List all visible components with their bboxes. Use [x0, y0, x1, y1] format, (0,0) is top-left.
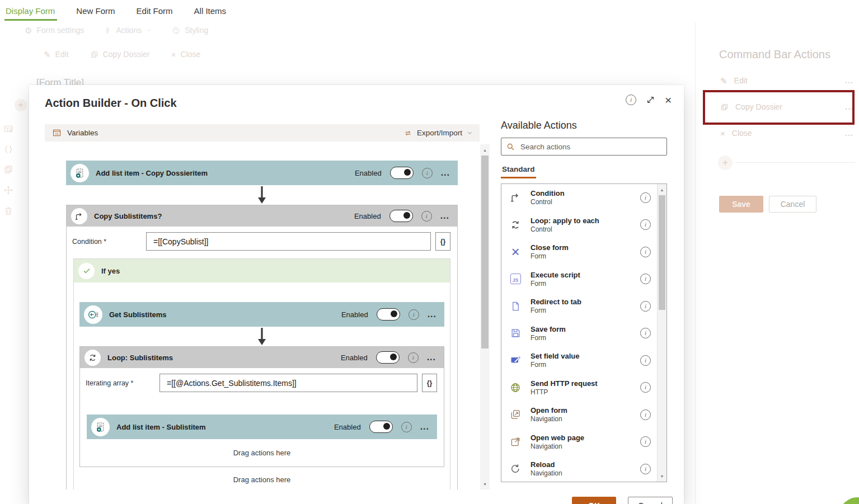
panel-save-button[interactable]: Save — [719, 196, 763, 213]
action-block-copy-sublistitems[interactable]: Copy Sublistitems? Enabled i ... — [67, 205, 457, 227]
copy-dossier-command[interactable]: Copy Dossier — [90, 50, 150, 59]
info-icon[interactable]: i — [409, 309, 419, 320]
braces-icon[interactable] — [3, 144, 13, 154]
add-command-button[interactable]: + — [718, 156, 733, 170]
scroll-up-icon[interactable]: ▲ — [480, 145, 490, 154]
info-icon[interactable]: i — [422, 168, 433, 178]
lightning-icon — [104, 26, 111, 35]
background-command-bar: ✎ Edit Copy Dossier × Close — [44, 50, 200, 59]
enabled-toggle[interactable] — [369, 421, 393, 433]
panel-item-close[interactable]: × Close ... — [720, 129, 853, 138]
iterating-array-input[interactable]: =[[@Actions.Get_Sublistitems.Items]] — [159, 374, 417, 392]
enabled-toggle[interactable] — [377, 308, 400, 321]
scroll-down-icon[interactable]: ▼ — [658, 472, 666, 481]
expression-builder-button[interactable]: {} — [435, 232, 450, 251]
info-icon[interactable]: i — [640, 192, 651, 203]
drop-zone[interactable]: Drag actions here — [79, 467, 444, 489]
actions-menu-button[interactable]: Actions — [104, 26, 152, 35]
info-icon[interactable]: i — [640, 328, 651, 338]
variables-bar[interactable]: (x) Variables Export/Import — [45, 124, 480, 142]
scroll-up-icon[interactable]: ▲ — [658, 185, 666, 194]
add-control-button[interactable]: + — [15, 99, 27, 111]
enabled-toggle[interactable] — [390, 167, 414, 179]
expand-icon[interactable] — [646, 95, 655, 105]
available-action-open-form[interactable]: Open formNavigation i — [501, 401, 658, 428]
move-icon[interactable] — [3, 185, 13, 195]
tab-edit-form[interactable]: Edit Form — [137, 1, 173, 20]
available-action-execute-script[interactable]: JS Execute scriptForm i — [501, 266, 658, 293]
scrollbar-thumb[interactable] — [481, 156, 489, 348]
palette-icon — [172, 26, 180, 35]
expression-builder-button[interactable]: {} — [422, 374, 437, 392]
dialog-ok-button[interactable]: OK — [572, 497, 616, 504]
available-action-close-form[interactable]: × Close formForm i — [501, 238, 658, 266]
tab-standard[interactable]: Standard — [501, 165, 536, 178]
block-menu-icon[interactable]: ... — [420, 425, 429, 429]
info-icon[interactable]: i — [640, 219, 651, 230]
tab-display-form[interactable]: Display Form — [6, 1, 55, 20]
block-menu-icon[interactable]: ... — [428, 312, 436, 317]
info-icon[interactable]: i — [640, 409, 651, 420]
more-options-icon[interactable]: ... — [845, 76, 853, 85]
info-icon[interactable]: i — [408, 352, 419, 363]
form-layout-icon[interactable] — [3, 124, 13, 134]
close-icon[interactable]: × — [665, 94, 672, 106]
info-icon[interactable]: i — [421, 211, 432, 222]
styling-button[interactable]: Styling — [172, 26, 208, 35]
edit-command[interactable]: ✎ Edit — [44, 50, 69, 59]
block-menu-icon[interactable]: ... — [441, 171, 450, 175]
panel-item-edit[interactable]: ✎ Edit ... — [720, 76, 853, 85]
search-input[interactable] — [519, 142, 661, 152]
add-list-item-icon — [91, 418, 110, 436]
available-action-redirect-to-tab[interactable]: Redirect to tabForm i — [501, 293, 658, 320]
enabled-toggle[interactable] — [389, 210, 413, 222]
pencil-icon: ✎ — [720, 77, 727, 85]
available-action-loop[interactable]: Loop: apply to eachControl i — [501, 211, 658, 239]
tab-all-items[interactable]: All Items — [194, 1, 227, 20]
duplicate-icon[interactable] — [3, 164, 13, 175]
action-block-loop-sublistitems[interactable]: Loop: Sublistitems Enabled i ... — [80, 347, 444, 368]
scrollbar-thumb[interactable] — [659, 195, 665, 310]
dialog-cancel-button[interactable]: Cancel — [628, 497, 673, 504]
screen: Display Form New Form Edit Form All Item… — [0, 0, 859, 504]
panel-cancel-button[interactable]: Cancel — [769, 196, 816, 213]
action-block-add-list-item-sub[interactable]: Add list item - Sublistitem Enabled i ..… — [87, 414, 437, 439]
info-icon[interactable]: i — [626, 95, 636, 105]
chevron-down-icon — [146, 27, 152, 33]
info-icon[interactable]: i — [640, 464, 651, 474]
tab-new-form[interactable]: New Form — [76, 1, 115, 20]
available-action-condition[interactable]: ConditionControl i — [501, 184, 658, 211]
available-action-open-web-page[interactable]: Open web pageNavigation i — [501, 428, 658, 456]
more-options-icon[interactable]: ... — [845, 129, 853, 138]
globe-icon — [508, 382, 523, 393]
available-action-send-http-request[interactable]: Send HTTP requestHTTP i — [501, 374, 658, 402]
flow-arrow — [66, 185, 458, 205]
block-menu-icon[interactable]: ... — [440, 214, 449, 218]
info-icon[interactable]: i — [640, 247, 651, 257]
info-icon[interactable]: i — [640, 436, 651, 447]
condition-input[interactable]: =[[CopySublist]] — [146, 232, 431, 251]
available-action-set-field-value[interactable]: Set field valueForm i — [501, 347, 658, 374]
enabled-toggle[interactable] — [376, 351, 400, 364]
iterating-array-label: Iterating array * — [86, 379, 159, 387]
available-actions-panel: Available Actions Standard ConditionCont… — [501, 120, 667, 482]
block-menu-icon[interactable]: ... — [427, 355, 436, 360]
available-action-reload[interactable]: ReloadNavigation i — [501, 455, 658, 482]
info-icon[interactable]: i — [640, 274, 651, 284]
export-import-button[interactable]: Export/Import — [403, 129, 473, 137]
action-block-get-sublistitems[interactable]: Get Sublistitems Enabled i ... — [79, 302, 444, 327]
drop-zone[interactable]: Drag actions here — [80, 439, 444, 467]
info-icon[interactable]: i — [640, 301, 651, 312]
available-action-save-form[interactable]: Save formForm i — [501, 320, 658, 347]
canvas-scrollbar[interactable]: ▲ ▼ — [480, 144, 490, 489]
close-command[interactable]: × Close — [171, 50, 201, 59]
variables-icon: (x) — [51, 128, 62, 138]
actions-list-scrollbar[interactable]: ▲ ▼ — [657, 184, 666, 482]
scroll-down-icon[interactable]: ▼ — [480, 479, 490, 488]
info-icon[interactable]: i — [640, 355, 651, 366]
action-block-add-list-item-copy[interactable]: Add list item - Copy Dossieritem Enabled… — [66, 161, 458, 185]
form-settings-button[interactable]: ⚙ Form settings — [25, 26, 84, 35]
trash-icon[interactable] — [3, 206, 13, 216]
info-icon[interactable]: i — [401, 422, 412, 432]
info-icon[interactable]: i — [640, 382, 651, 393]
